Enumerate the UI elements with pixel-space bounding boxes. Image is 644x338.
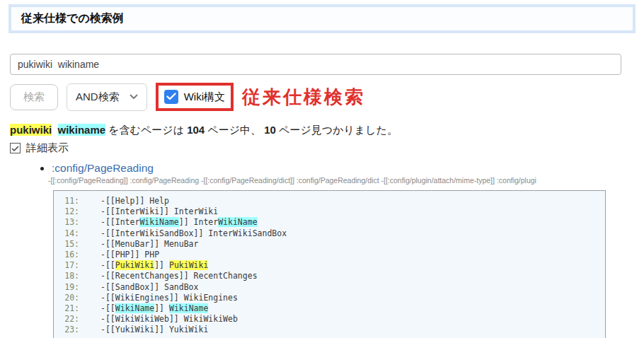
text-segment: -[[PHP]] PHP <box>100 250 159 260</box>
code-line: 22:-[[WikiWikiWeb]] WikiWikiWeb <box>59 314 599 325</box>
result-list: :config/PageReading <box>10 162 636 175</box>
line-number: 12: <box>59 206 79 217</box>
search-mode-select[interactable]: AND検索 <box>67 83 147 111</box>
text-segment: wikiname <box>58 124 106 136</box>
code-line: 23:-[[YukiWiki]] YukiWiki <box>59 325 599 335</box>
line-number: 22: <box>59 314 79 325</box>
checkmark-icon <box>166 91 176 103</box>
code-block: 11:-[[Help]] Help12:-[[InterWiki]] Inter… <box>53 190 606 338</box>
text-segment: pukiwiki <box>10 124 52 136</box>
code-line: 19:-[[SandBox]] SandBox <box>59 282 599 293</box>
code-text: -[[YukiWiki]] YukiWiki <box>100 325 208 334</box>
annotation-text: 従来仕様検索 <box>242 85 365 110</box>
text-segment: ページ見つかりました。 <box>276 124 398 136</box>
text-segment: -[[Help]] Help <box>100 196 169 206</box>
chevron-down-icon <box>130 94 138 100</box>
code-line: 20:-[[WikiEngines]] WikiEngines <box>59 293 599 303</box>
line-number: 21: <box>59 303 79 314</box>
wiki-syntax-checkbox[interactable] <box>164 90 178 104</box>
search-button[interactable]: 検索 <box>10 84 58 110</box>
code-line: 12:-[[InterWiki]] InterWiki <box>59 206 599 217</box>
page-title: 従来仕様での検索例 <box>8 4 636 33</box>
code-line: 16:-[[PHP]] PHP <box>59 250 599 260</box>
code-line: 14:-[[InterWikiSandBox]] InterWikiSandBo… <box>59 228 599 239</box>
search-input[interactable] <box>10 54 621 75</box>
code-text: -[[WikiName]] WikiName <box>100 303 208 313</box>
text-segment: -[[SandBox]] SandBox <box>100 282 198 292</box>
text-segment: を含むページは <box>105 124 187 136</box>
line-number: 23: <box>59 325 79 335</box>
line-number: 16: <box>59 250 79 260</box>
code-line: 11:-[[Help]] Help <box>59 196 599 206</box>
page-link[interactable]: :config/PageReading <box>52 162 154 174</box>
text-segment <box>52 124 57 136</box>
match-context: -[[:config/PageReading]] :config/PageRea… <box>48 176 644 185</box>
text-segment: 10 <box>264 124 276 136</box>
list-item: :config/PageReading <box>52 162 636 175</box>
code-text: -[[PHP]] PHP <box>100 250 159 260</box>
code-text: -[[PukiWiki]] PukiWiki <box>100 260 208 270</box>
code-text: -[[RecentChanges]] RecentChanges <box>100 271 258 281</box>
text-segment: 104 <box>187 124 205 136</box>
code-line: 15:-[[MenuBar]] MenuBar <box>59 239 599 250</box>
line-number: 20: <box>59 293 79 303</box>
line-number: 11: <box>59 196 79 206</box>
code-text: -[[Help]] Help <box>100 196 169 206</box>
text-segment: WikiName <box>169 303 208 313</box>
text-segment: -[[YukiWiki]] YukiWiki <box>100 325 208 334</box>
code-line: 21:-[[WikiName]] WikiName <box>59 303 599 314</box>
text-segment: -[[WikiEngines]] WikiEngines <box>100 293 238 303</box>
text-segment: WikiName <box>218 217 257 227</box>
code-text: -[[InterWikiSandBox]] InterWikiSandBox <box>100 228 287 238</box>
text-segment: -[[MenuBar]] MenuBar <box>100 239 198 249</box>
line-number: 19: <box>59 282 79 293</box>
text-segment: ]] Inter <box>179 217 218 227</box>
text-segment: -[[Inter <box>100 217 139 227</box>
line-number: 13: <box>59 217 79 228</box>
code-line: 17:-[[PukiWiki]] PukiWiki <box>59 260 599 271</box>
text-segment: PukiWiki <box>169 260 208 270</box>
text-segment: -[[InterWiki]] InterWiki <box>100 206 218 216</box>
code-text: -[[MenuBar]] MenuBar <box>100 239 198 249</box>
code-line: 13:-[[InterWikiName]] InterWikiName <box>59 217 599 228</box>
text-segment: -[[InterWikiSandBox]] InterWikiSandBox <box>100 228 287 238</box>
text-segment: ]] <box>154 260 169 270</box>
search-controls: 検索 AND検索 Wiki構文 従来仕様検索 <box>10 82 636 112</box>
search-mode-value: AND検索 <box>76 91 120 104</box>
text-segment: -[[RecentChanges]] RecentChanges <box>100 271 258 281</box>
wiki-syntax-label: Wiki構文 <box>184 91 225 104</box>
line-number: 18: <box>59 271 79 281</box>
detail-checkbox[interactable] <box>10 143 21 153</box>
result-summary: pukiwiki wikiname を含むページは 104 ページ中、 10 ペ… <box>10 124 636 137</box>
search-example-page: 従来仕様での検索例 検索 AND検索 Wiki構文 従来仕様検索 pukiwik… <box>0 0 644 338</box>
text-segment: WikiName <box>139 217 178 227</box>
text-segment: -[[ <box>100 260 115 270</box>
text-segment: ]] <box>154 303 169 313</box>
code-text: -[[InterWiki]] InterWiki <box>100 206 218 216</box>
line-number: 14: <box>59 228 79 239</box>
text-segment: -[[WikiWikiWeb]] WikiWikiWeb <box>100 314 238 324</box>
code-text: -[[InterWikiName]] InterWikiName <box>100 217 258 227</box>
detail-label: 詳細表示 <box>26 141 69 155</box>
code-line: 18:-[[RecentChanges]] RecentChanges <box>59 271 599 281</box>
text-segment: PukiWiki <box>115 260 154 270</box>
line-number: 17: <box>59 260 79 271</box>
code-text: -[[WikiWikiWeb]] WikiWikiWeb <box>100 314 238 324</box>
text-segment: ページ中、 <box>205 124 264 136</box>
text-segment: -[[ <box>100 303 115 313</box>
code-text: -[[SandBox]] SandBox <box>100 282 198 292</box>
detail-toggle-row: 詳細表示 <box>10 141 636 155</box>
text-segment: WikiName <box>115 303 154 313</box>
line-number: 15: <box>59 239 79 250</box>
annotation-highlight-box: Wiki構文 <box>156 83 234 111</box>
code-text: -[[WikiEngines]] WikiEngines <box>100 293 238 303</box>
checkmark-icon <box>11 142 19 155</box>
